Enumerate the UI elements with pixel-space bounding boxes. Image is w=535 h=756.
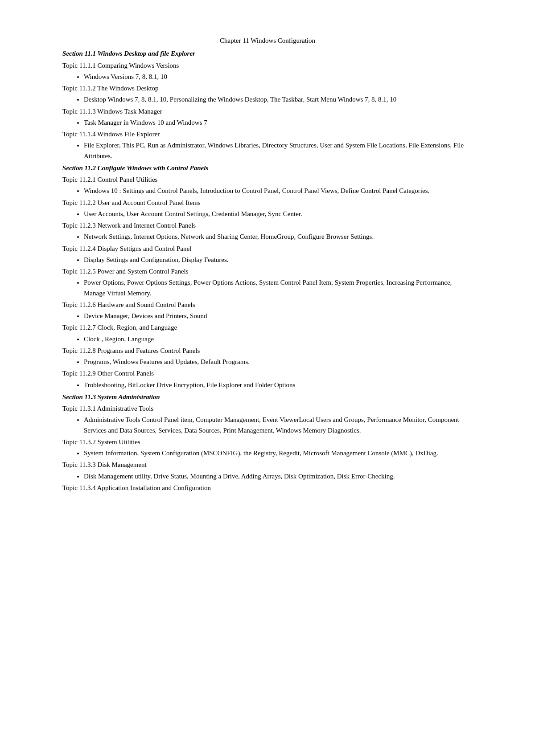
bullet-list: Administrative Tools Control Panel item,… [84,415,473,436]
section-3: Section 11.3 System AdministrationTopic … [62,392,473,493]
bullet-list: Network Settings, Internet Options, Netw… [84,232,473,242]
topic-1-2: Topic 11.1.2 The Windows DesktopDesktop … [62,83,473,105]
bullet-list: Windows 10 : Settings and Control Panels… [84,186,473,196]
page-container: Chapter 11 Windows Configuration Section… [62,36,473,493]
bullet-list: Task Manager in Windows 10 and Windows 7 [84,118,473,128]
topic-3-3: Topic 11.3.3 Disk ManagementDisk Managem… [62,460,473,482]
topic-2-2: Topic 11.2.2 User and Account Control Pa… [62,198,473,220]
list-item: Disk Management utility, Drive Status, M… [84,471,473,482]
bullet-list: Power Options, Power Options Settings, P… [84,278,473,298]
bullet-list: System Information, System Configuration… [84,448,473,458]
topic-label: Topic 11.1.2 The Windows Desktop [62,83,473,94]
topic-2-4: Topic 11.2.4 Display Settigns and Contro… [62,244,473,266]
section-1: Section 11.1 Windows Desktop and file Ex… [62,49,473,161]
topic-label: Topic 11.2.9 Other Control Panels [62,368,473,379]
topic-label: Topic 11.2.7 Clock, Region, and Language [62,323,473,333]
list-item: Task Manager in Windows 10 and Windows 7 [84,118,473,128]
topic-1-4: Topic 11.1.4 Windows File ExplorerFile E… [62,129,473,161]
list-item: Programs, Windows Features and Updates, … [84,357,473,367]
section-2: Section 11.2 Configute Windows with Cont… [62,163,473,390]
topic-label: Topic 11.2.2 User and Account Control Pa… [62,198,473,208]
topic-label: Topic 11.2.3 Network and Internet Contro… [62,221,473,231]
list-item: System Information, System Configuration… [84,448,473,458]
topic-2-1: Topic 11.2.1 Control Panel UtilitiesWind… [62,175,473,196]
content: Section 11.1 Windows Desktop and file Ex… [62,49,473,493]
list-item: Display Settings and Configuration, Disp… [84,255,473,265]
list-item: Power Options, Power Options Settings, P… [84,278,473,298]
topic-2-8: Topic 11.2.8 Programs and Features Contr… [62,346,473,368]
list-item: Trobleshooting, BitLocker Drive Encrypti… [84,380,473,390]
list-item: Desktop Windows 7, 8, 8.1, 10, Personali… [84,94,473,105]
bullet-list: Clock , Region, Language [84,334,473,344]
list-item: Network Settings, Internet Options, Netw… [84,232,473,242]
topic-3-2: Topic 11.3.2 System UtilitiesSystem Info… [62,437,473,459]
bullet-list: Windows Versions 7, 8, 8.1, 10 [84,72,473,82]
topic-label: Topic 11.1.3 Windows Task Manager [62,106,473,117]
topic-label: Topic 11.3.1 Administrative Tools [62,404,473,414]
topic-3-1: Topic 11.3.1 Administrative ToolsAdminis… [62,404,473,436]
bullet-list: Programs, Windows Features and Updates, … [84,357,473,367]
section-heading-1: Section 11.1 Windows Desktop and file Ex… [62,49,473,59]
list-item: Device Manager, Devices and Printers, So… [84,311,473,321]
list-item: Clock , Region, Language [84,334,473,344]
topic-label: Topic 11.2.1 Control Panel Utilities [62,175,473,185]
topic-3-4: Topic 11.3.4 Application Installation an… [62,483,473,493]
bullet-list: Device Manager, Devices and Printers, So… [84,311,473,321]
topic-label: Topic 11.2.4 Display Settigns and Contro… [62,244,473,254]
list-item: User Accounts, User Account Control Sett… [84,209,473,219]
list-item: Administrative Tools Control Panel item,… [84,415,473,436]
topic-label: Topic 11.3.4 Application Installation an… [62,483,473,493]
topic-label: Topic 11.1.1 Comparing Windows Versions [62,61,473,71]
bullet-list: File Explorer, This PC, Run as Administr… [84,140,473,161]
topic-label: Topic 11.1.4 Windows File Explorer [62,129,473,139]
bullet-list: Desktop Windows 7, 8, 8.1, 10, Personali… [84,94,473,105]
bullet-list: Display Settings and Configuration, Disp… [84,255,473,265]
topic-label: Topic 11.3.2 System Utilities [62,437,473,447]
topic-label: Topic 11.2.6 Hardware and Sound Control … [62,300,473,310]
topic-2-6: Topic 11.2.6 Hardware and Sound Control … [62,300,473,322]
bullet-list: User Accounts, User Account Control Sett… [84,209,473,219]
topic-label: Topic 11.2.5 Power and System Control Pa… [62,266,473,277]
list-item: Windows 10 : Settings and Control Panels… [84,186,473,196]
section-heading-2: Section 11.2 Configute Windows with Cont… [62,163,473,173]
topic-label: Topic 11.3.3 Disk Management [62,460,473,470]
bullet-list: Trobleshooting, BitLocker Drive Encrypti… [84,380,473,390]
topic-2-5: Topic 11.2.5 Power and System Control Pa… [62,266,473,298]
topic-2-9: Topic 11.2.9 Other Control PanelsTrobles… [62,368,473,390]
section-heading-3: Section 11.3 System Administration [62,392,473,402]
topic-2-3: Topic 11.2.3 Network and Internet Contro… [62,221,473,242]
bullet-list: Disk Management utility, Drive Status, M… [84,471,473,482]
list-item: Windows Versions 7, 8, 8.1, 10 [84,72,473,82]
list-item: File Explorer, This PC, Run as Administr… [84,140,473,161]
page-title: Chapter 11 Windows Configuration [62,36,473,46]
topic-1-1: Topic 11.1.1 Comparing Windows VersionsW… [62,61,473,82]
topic-1-3: Topic 11.1.3 Windows Task ManagerTask Ma… [62,106,473,128]
topic-label: Topic 11.2.8 Programs and Features Contr… [62,346,473,356]
topic-2-7: Topic 11.2.7 Clock, Region, and Language… [62,323,473,344]
